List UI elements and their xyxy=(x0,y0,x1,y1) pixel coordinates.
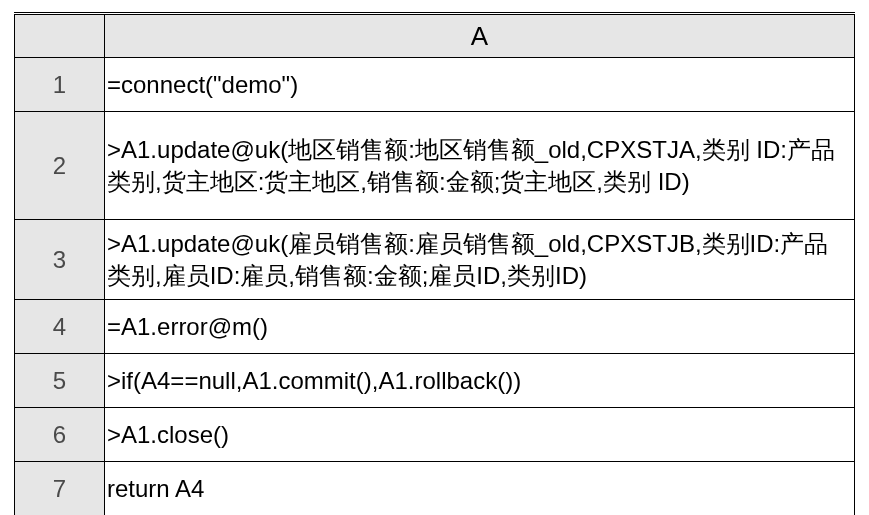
cell-A: >A1.close() xyxy=(105,408,855,462)
cell-A: >if(A4==null,A1.commit(),A1.rollback()) xyxy=(105,354,855,408)
cell-A: =A1.error@m() xyxy=(105,300,855,354)
table-row: 3>A1.update@uk(雇员销售额:雇员销售额_old,CPXSTJB,类… xyxy=(15,220,855,300)
row-number: 1 xyxy=(15,58,105,112)
header-corner xyxy=(15,14,105,58)
row-number: 5 xyxy=(15,354,105,408)
table-row: 5>if(A4==null,A1.commit(),A1.rollback()) xyxy=(15,354,855,408)
table-row: 7return A4 xyxy=(15,462,855,516)
cell-A: >A1.update@uk(雇员销售额:雇员销售额_old,CPXSTJB,类别… xyxy=(105,220,855,300)
row-number: 7 xyxy=(15,462,105,516)
code-grid: A 1=connect("demo")2>A1.update@uk(地区销售额:… xyxy=(14,12,855,515)
header-col-A: A xyxy=(105,14,855,58)
cell-A: >A1.update@uk(地区销售额:地区销售额_old,CPXSTJA,类别… xyxy=(105,112,855,220)
table-row: 1=connect("demo") xyxy=(15,58,855,112)
cell-A: =connect("demo") xyxy=(105,58,855,112)
row-number: 4 xyxy=(15,300,105,354)
table-row: 6>A1.close() xyxy=(15,408,855,462)
table-row: 2>A1.update@uk(地区销售额:地区销售额_old,CPXSTJA,类… xyxy=(15,112,855,220)
row-number: 3 xyxy=(15,220,105,300)
table-row: 4=A1.error@m() xyxy=(15,300,855,354)
row-number: 2 xyxy=(15,112,105,220)
code-grid-body: 1=connect("demo")2>A1.update@uk(地区销售额:地区… xyxy=(15,58,855,516)
row-number: 6 xyxy=(15,408,105,462)
cell-A: return A4 xyxy=(105,462,855,516)
